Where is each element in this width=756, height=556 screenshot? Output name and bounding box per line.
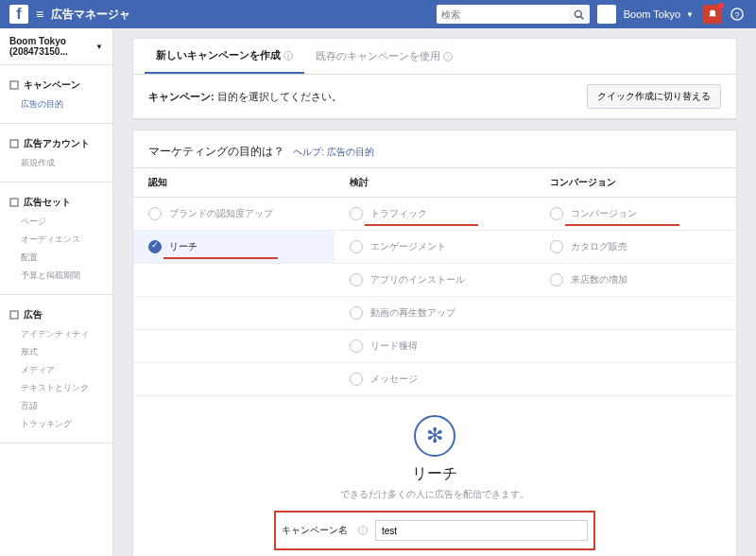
objective-label: トラフィック [370, 207, 427, 220]
account-name[interactable]: Boom Tokyo [624, 9, 680, 20]
nav-item[interactable]: 配置 [0, 249, 112, 267]
menu-icon[interactable]: ≡ [36, 7, 43, 22]
search-icon [574, 9, 584, 20]
objective-label: エンゲージメント [370, 240, 446, 253]
objective-option[interactable]: 動画の再生数アップ [335, 297, 536, 329]
app-title: 広告マネージャ [51, 7, 130, 23]
account-selector[interactable]: Boom Tokyo (208473150... ▼ [0, 28, 112, 65]
search-box [437, 5, 590, 24]
campaign-name-box: キャンペーン名 i [274, 511, 595, 550]
reach-subtitle: できるだけ多くの人に広告を配信できます。 [152, 488, 717, 501]
campaign-label-bold: キャンペーン: [148, 91, 215, 102]
objective-radio-icon [148, 240, 162, 253]
objective-option[interactable]: リーチ [133, 231, 335, 263]
objective-radio-icon [550, 240, 563, 253]
objective-label: リーチ [169, 240, 198, 253]
objective-col-header: 認知 [133, 168, 335, 198]
objective-heading: マーケティングの目的は？ ヘルプ: 広告の目的 [133, 130, 736, 167]
objective-radio-icon [350, 373, 363, 386]
svg-rect-7 [10, 311, 18, 319]
objective-label: 動画の再生数アップ [370, 306, 455, 320]
campaign-name-input[interactable] [375, 520, 588, 541]
objective-label: 来店数の増加 [571, 273, 627, 287]
objective-radio-icon [550, 273, 563, 287]
objective-radio-icon [350, 207, 363, 220]
objective-option[interactable]: リード獲得 [335, 330, 536, 362]
info-icon: i [443, 52, 453, 61]
objective-table: 認知検討コンバージョン ブランドの認知度アップトラフィックコンバージョンリーチエ… [133, 167, 736, 396]
nav-group-header[interactable]: 広告セット [0, 192, 112, 213]
search-input[interactable] [437, 5, 569, 24]
facebook-logo[interactable]: f [9, 5, 28, 24]
objective-radio-icon [350, 240, 363, 253]
objective-radio-icon [350, 339, 363, 353]
objective-radio-icon [350, 273, 363, 287]
objective-col-header: コンバージョン [535, 168, 736, 198]
nav-item[interactable]: 新規作成 [0, 154, 112, 172]
campaign-name-label: キャンペーン名 [282, 524, 348, 537]
svg-text:?: ? [735, 10, 740, 20]
tab-existing-campaign[interactable]: 既存のキャンペーンを使用i [304, 40, 464, 73]
objective-col-header: 検討 [335, 168, 536, 198]
objective-option[interactable]: 来店数の増加 [535, 264, 736, 296]
help-link[interactable]: ヘルプ: 広告の目的 [293, 147, 374, 157]
svg-point-0 [576, 10, 582, 17]
objective-option[interactable]: メッセージ [335, 363, 536, 395]
reach-icon: ✻ [414, 415, 455, 457]
objective-option[interactable]: ブランドの認知度アップ [133, 198, 335, 230]
nav-item[interactable]: 広告の目的 [0, 96, 112, 113]
account-square-icon[interactable] [597, 5, 616, 24]
objective-label: ブランドの認知度アップ [169, 207, 273, 220]
chevron-down-icon: ▼ [95, 43, 103, 51]
help-icon[interactable]: ? [728, 5, 747, 24]
ab-test-block: ⚗A/Bテストを作成i のクリエイティブや配信、オーディエンス、配信の最適化など… [274, 550, 595, 556]
objective-option[interactable]: トラフィック [335, 198, 536, 230]
notification-icon[interactable] [703, 5, 722, 24]
nav-group-header[interactable]: 広告アカウント [0, 133, 112, 154]
svg-rect-5 [10, 140, 18, 148]
nav-group-header[interactable]: 広告 [0, 304, 112, 325]
nav-item[interactable]: オーディエンス [0, 231, 112, 249]
campaign-label-rest: 目的を選択してください。 [217, 91, 342, 102]
objective-label: アプリのインストール [370, 273, 465, 287]
quick-create-button[interactable]: クイック作成に切り替える [587, 84, 721, 109]
objective-radio-icon [550, 207, 563, 220]
nav-item[interactable]: テキストとリンク [0, 379, 112, 397]
sidebar: Boom Tokyo (208473150... ▼ キャンペーン広告の目的広告… [0, 28, 113, 556]
search-button[interactable] [569, 5, 590, 24]
info-icon: i [358, 526, 368, 535]
objective-label: メッセージ [370, 373, 418, 386]
objective-radio-icon [350, 306, 363, 320]
objective-radio-icon [148, 207, 162, 220]
objective-label: カタログ販売 [571, 240, 627, 253]
nav-item[interactable]: 予算と掲載期間 [0, 267, 112, 285]
objective-option[interactable]: コンバージョン [535, 198, 736, 230]
nav-item[interactable]: アイデンティティ [0, 325, 112, 343]
objective-option[interactable]: エンゲージメント [335, 231, 536, 263]
objective-label: コンバージョン [571, 207, 637, 220]
nav-item[interactable]: 形式 [0, 343, 112, 361]
nav-item[interactable]: トラッキング [0, 415, 112, 433]
nav-group-header[interactable]: キャンペーン [0, 75, 112, 96]
main-content: 新しいキャンペーンを作成i 既存のキャンペーンを使用i キャンペーン: 目的を選… [113, 28, 756, 556]
topbar: f ≡ 広告マネージャ Boom Tokyo ▼ ? [0, 0, 756, 28]
svg-line-1 [581, 16, 584, 19]
svg-rect-4 [10, 81, 18, 89]
svg-rect-6 [10, 199, 18, 206]
info-icon: i [284, 51, 293, 61]
objective-option[interactable]: カタログ販売 [535, 231, 736, 263]
reach-section: ✻ リーチ できるだけ多くの人に広告を配信できます。 キャンペーン名 i ⚗A/… [133, 396, 736, 556]
reach-title: リーチ [152, 464, 717, 484]
bell-icon [707, 9, 718, 20]
objective-option[interactable]: アプリのインストール [335, 264, 536, 296]
objective-label: リード獲得 [370, 339, 418, 353]
nav-item[interactable]: メディア [0, 361, 112, 379]
nav-item[interactable]: ページ [0, 213, 112, 231]
chevron-down-icon[interactable]: ▼ [686, 10, 694, 19]
campaign-row: キャンペーン: 目的を選択してください。 クイック作成に切り替える [133, 75, 736, 119]
tabs: 新しいキャンペーンを作成i 既存のキャンペーンを使用i [133, 39, 736, 75]
tab-new-campaign[interactable]: 新しいキャンペーンを作成i [145, 39, 304, 74]
nav-item[interactable]: 言語 [0, 397, 112, 415]
account-selector-label: Boom Tokyo (208473150... [9, 36, 95, 57]
